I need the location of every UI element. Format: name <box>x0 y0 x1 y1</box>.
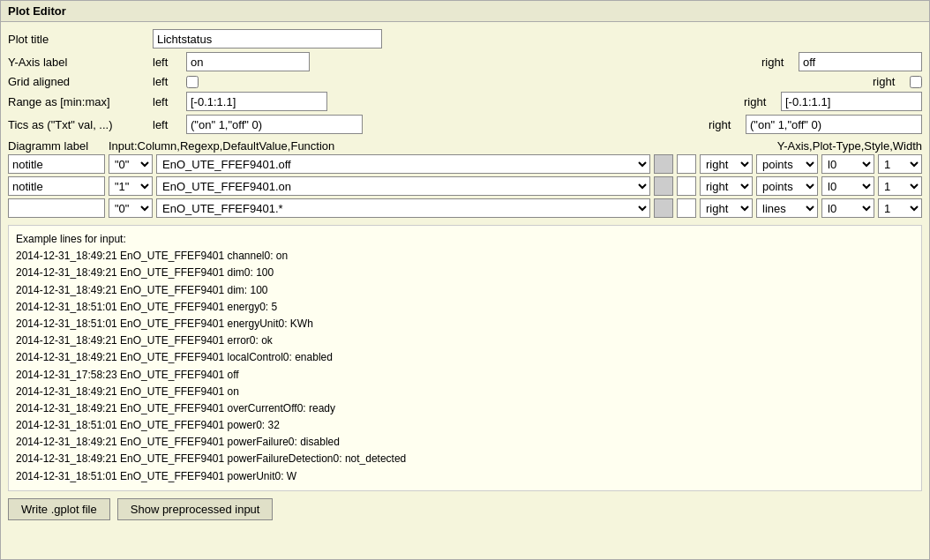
window-title: Plot Editor <box>8 4 66 18</box>
tics-label: Tics as ("Txt" val, ...) <box>8 118 149 131</box>
col-select[interactable]: "0""1""2""3" <box>109 176 153 196</box>
y-axis-left-input[interactable] <box>186 52 310 71</box>
tics-right-input[interactable] <box>746 115 922 134</box>
yaxis-header: Y-Axis,Plot-Type,Style,Width <box>777 139 922 153</box>
plottype-select[interactable]: pointslineslinespointssteps <box>756 154 818 174</box>
right-label-yaxis: right <box>761 56 795 69</box>
color-box1[interactable] <box>654 176 673 196</box>
right-label-range: right <box>744 95 777 108</box>
yaxis-select[interactable]: rightleft <box>700 176 753 196</box>
example-line: 2014-12-31_18:51:01 EnO_UTE_FFEF9401 pow… <box>16 417 914 434</box>
color-box2[interactable] <box>677 154 696 174</box>
y-axis-label: Y-Axis label <box>8 56 149 69</box>
tics-left-input[interactable] <box>186 115 363 134</box>
style-select[interactable]: l0l1l2l3 <box>821 154 874 174</box>
col-select[interactable]: "0""1""2""3" <box>109 154 153 174</box>
data-row: "0""1""2""3"EnO_UTE_FFEF9401.offrightlef… <box>8 154 922 174</box>
plottype-select[interactable]: pointslineslinespointssteps <box>756 176 818 196</box>
right-label-tics: right <box>709 118 742 131</box>
example-line: 2014-12-31_18:51:01 EnO_UTE_FFEF9401 ene… <box>16 316 914 332</box>
regex-select[interactable]: EnO_UTE_FFEF9401.on <box>156 176 650 196</box>
grid-aligned-left-checkbox[interactable] <box>186 76 199 88</box>
range-right-input[interactable] <box>781 92 922 111</box>
style-select[interactable]: l0l1l2l3 <box>821 176 874 196</box>
width-select[interactable]: 1234 <box>878 154 922 174</box>
yaxis-select[interactable]: rightleft <box>700 154 753 174</box>
grid-aligned-right-checkbox[interactable] <box>910 76 922 88</box>
example-line: 2014-12-31_18:49:21 EnO_UTE_FFEF9401 on <box>16 384 914 400</box>
example-line: 2014-12-31_18:49:21 EnO_UTE_FFEF9401 ove… <box>16 400 914 417</box>
example-line: 2014-12-31_18:49:21 EnO_UTE_FFEF9401 cha… <box>16 248 914 265</box>
diagramm-label-header: Diagramm label <box>8 139 105 153</box>
width-select[interactable]: 1234 <box>878 176 922 196</box>
example-line: 2014-12-31_18:49:21 EnO_UTE_FFEF9401 err… <box>16 332 914 349</box>
plot-title-row: Plot title <box>8 29 922 49</box>
example-line: 2014-12-31_17:58:23 EnO_UTE_FFEF9401 off <box>16 367 914 384</box>
input-col-header: Input:Column,Regexp,DefaultValue,Functio… <box>109 139 774 153</box>
example-line: 2014-12-31_18:49:21 EnO_UTE_FFEF9401 pow… <box>16 434 914 451</box>
y-axis-right-input[interactable] <box>799 52 922 71</box>
diag-label-input[interactable] <box>8 198 105 218</box>
example-line: 2014-12-31_18:51:01 EnO_UTE_FFEF9401 pow… <box>16 468 914 485</box>
left-label-tics: left <box>153 118 183 131</box>
color-box2[interactable] <box>677 176 696 196</box>
grid-aligned-label: Grid aligned <box>8 75 149 88</box>
width-select[interactable]: 1234 <box>878 198 922 218</box>
plot-title-label: Plot title <box>8 33 149 46</box>
right-label-grid: right <box>873 75 906 88</box>
example-line: 2014-12-31_18:49:21 EnO_UTE_FFEF9401 dim… <box>16 265 914 281</box>
left-label-grid: left <box>153 75 183 88</box>
data-row: "0""1""2""3"EnO_UTE_FFEF9401.onrightleft… <box>8 176 922 196</box>
data-row: "0""1""2""3"EnO_UTE_FFEF9401.*rightleftp… <box>8 198 922 218</box>
diag-label-input[interactable] <box>8 154 105 174</box>
left-label-yaxis: left <box>153 56 183 69</box>
plot-title-input[interactable] <box>153 29 382 49</box>
plottype-select[interactable]: pointslineslinespointssteps <box>756 198 818 218</box>
example-line: 2014-12-31_18:49:21 EnO_UTE_FFEF9401 loc… <box>16 349 914 366</box>
y-axis-label-row: Y-Axis label left right <box>8 52 922 71</box>
tics-row: Tics as ("Txt" val, ...) left right <box>8 115 922 134</box>
data-header-row: Diagramm label Input:Column,Regexp,Defau… <box>8 139 922 153</box>
title-bar: Plot Editor <box>1 1 929 22</box>
example-area: Example lines for input: 2014-12-31_18:4… <box>8 225 922 491</box>
regex-select[interactable]: EnO_UTE_FFEF9401.off <box>156 154 650 174</box>
style-select[interactable]: l0l1l2l3 <box>821 198 874 218</box>
color-box2[interactable] <box>677 198 696 218</box>
example-title: Example lines for input: <box>16 231 914 248</box>
example-line: 2014-12-31_18:51:01 EnO_UTE_FFEF9401 ene… <box>16 299 914 316</box>
plot-editor-window: Plot Editor Plot title Y-Axis label left… <box>0 0 930 560</box>
diag-label-input[interactable] <box>8 176 105 196</box>
buttons-row: Write .gplot file Show preprocessed inpu… <box>8 498 922 520</box>
left-label-range: left <box>153 95 183 108</box>
range-left-input[interactable] <box>186 92 327 111</box>
col-select[interactable]: "0""1""2""3" <box>109 198 153 218</box>
regex-select[interactable]: EnO_UTE_FFEF9401.* <box>156 198 650 218</box>
range-row: Range as [min:max] left right <box>8 92 922 111</box>
example-line: 2014-12-31_18:49:21 EnO_UTE_FFEF9401 dim… <box>16 282 914 299</box>
example-lines-container: 2014-12-31_18:49:21 EnO_UTE_FFEF9401 cha… <box>16 248 914 485</box>
write-gplot-button[interactable]: Write .gplot file <box>8 498 110 520</box>
show-preprocessed-button[interactable]: Show preprocessed input <box>117 498 274 520</box>
data-rows-container: "0""1""2""3"EnO_UTE_FFEF9401.offrightlef… <box>8 154 922 218</box>
range-label: Range as [min:max] <box>8 95 149 108</box>
grid-aligned-row: Grid aligned left right <box>8 75 922 88</box>
color-box1[interactable] <box>654 198 673 218</box>
color-box1[interactable] <box>654 154 673 174</box>
yaxis-select[interactable]: rightleft <box>700 198 753 218</box>
example-line: 2014-12-31_18:49:21 EnO_UTE_FFEF9401 pow… <box>16 451 914 467</box>
